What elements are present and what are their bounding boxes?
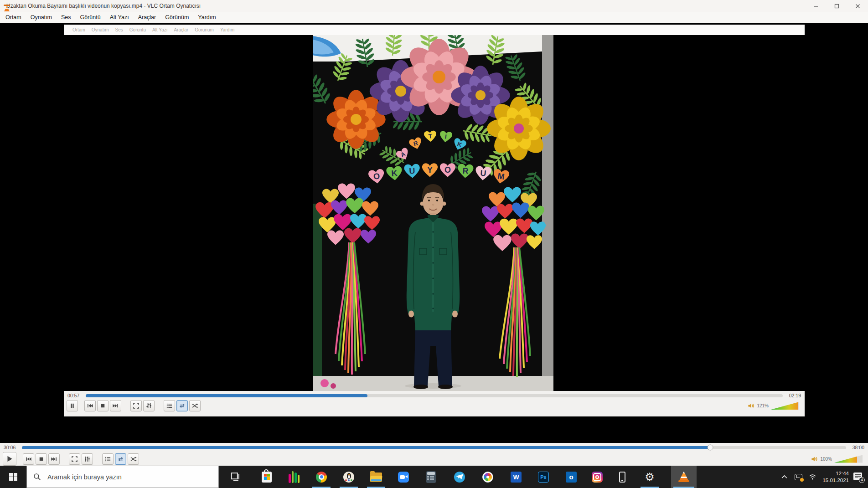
- inner-menu-ortam: Ortam: [69, 27, 88, 32]
- extended-settings-button[interactable]: [82, 453, 93, 465]
- taskbar-word[interactable]: W: [505, 466, 527, 488]
- next-button[interactable]: [48, 453, 60, 465]
- menu-gorunum[interactable]: Görünüm: [160, 12, 193, 23]
- menu-ses[interactable]: Ses: [57, 12, 76, 23]
- green-curtain: [313, 204, 322, 377]
- taskbar-settings[interactable]: ⚙: [638, 466, 661, 488]
- taskbar-vlc[interactable]: [671, 466, 697, 488]
- inner-stop-button[interactable]: [97, 400, 108, 411]
- menu-ortam[interactable]: Ortam: [1, 12, 26, 23]
- svg-text:M: M: [497, 171, 505, 181]
- window-title: Uzaktan Okuma Bayramı başlıklı videonun …: [6, 3, 201, 9]
- taskbar-tux-paint[interactable]: [337, 466, 360, 488]
- desktop: Uzaktan Okuma Bayramı başlıklı videonun …: [0, 0, 868, 488]
- inner-previous-button[interactable]: [84, 400, 96, 411]
- svg-text:Y: Y: [427, 165, 433, 175]
- window-titlebar: Uzaktan Okuma Bayramı başlıklı videonun …: [0, 0, 868, 12]
- inner-seek-bar[interactable]: [86, 394, 783, 397]
- taskbar-task-view[interactable]: [224, 466, 247, 488]
- elapsed-time: 30:06: [4, 445, 18, 450]
- taskbar-your-phone[interactable]: [611, 466, 634, 488]
- taskbar-calculator[interactable]: [419, 466, 442, 488]
- playing-video-frame[interactable]: A R T I K O K U Y O R U M: [313, 35, 553, 391]
- minimize-button[interactable]: [805, 0, 826, 12]
- volume-slider[interactable]: [834, 455, 863, 463]
- taskbar-photoscape[interactable]: [476, 466, 499, 488]
- menu-yardim[interactable]: Yardım: [193, 12, 220, 23]
- taskbar-microsoft-store[interactable]: [255, 466, 278, 488]
- connect-screen-icon: [795, 474, 802, 480]
- maximize-button[interactable]: [826, 0, 847, 12]
- menu-altyazi[interactable]: Alt Yazı: [105, 12, 134, 23]
- inner-playlist-button[interactable]: [164, 400, 175, 411]
- file-explorer-icon: [370, 473, 382, 482]
- start-button[interactable]: [0, 466, 26, 488]
- inner-vlc-menu-bar: Ortam Oynatım Ses Görüntü Alt Yazı Araçl…: [64, 25, 805, 35]
- zoom-camera-icon: [398, 472, 409, 483]
- inner-pause-button[interactable]: [67, 400, 78, 411]
- clock-date: 15.01.2021: [822, 477, 849, 484]
- clock-time: 12:44: [822, 470, 849, 477]
- svg-text:O: O: [444, 165, 451, 175]
- menu-oynatim[interactable]: Oynatım: [26, 12, 57, 23]
- inner-fullscreen-button[interactable]: [130, 400, 142, 411]
- inner-loop-button[interactable]: [176, 400, 188, 411]
- action-center-button[interactable]: 4: [853, 473, 863, 482]
- taskbar-file-explorer[interactable]: [365, 466, 388, 488]
- menu-araclar[interactable]: Araçlar: [134, 12, 161, 23]
- search-input[interactable]: [46, 473, 199, 481]
- taskbar-eba-app[interactable]: [283, 466, 305, 488]
- inner-next-button[interactable]: [110, 400, 121, 411]
- taskbar-zoom[interactable]: [392, 466, 415, 488]
- calculator-icon: [426, 471, 436, 483]
- inner-menu-oynatim: Oynatım: [88, 27, 112, 32]
- word-icon: W: [511, 472, 522, 483]
- telegram-icon: [454, 472, 465, 483]
- tray-chevron-up[interactable]: [777, 466, 791, 488]
- inner-shuffle-button[interactable]: [189, 400, 201, 411]
- tray-connect-app[interactable]: [791, 466, 806, 488]
- fullscreen-button[interactable]: [69, 453, 80, 465]
- inner-menu-gorunum: Görünüm: [191, 27, 217, 32]
- inner-menu-goruntu: Görüntü: [126, 27, 149, 32]
- inner-elapsed-time: 00:57: [67, 393, 82, 398]
- inner-speaker-icon[interactable]: [748, 402, 754, 409]
- close-button[interactable]: [847, 0, 868, 12]
- play-button[interactable]: [3, 452, 16, 466]
- total-time: 38:00: [850, 445, 864, 450]
- vlc-control-bar: 30:06 38:00 100%: [0, 443, 868, 466]
- taskbar-telegram[interactable]: [448, 466, 471, 488]
- inner-extended-settings-button[interactable]: [143, 400, 155, 411]
- previous-button[interactable]: [23, 453, 34, 465]
- menu-bar: Ortam Oynatım Ses Görüntü Alt Yazı Araçl…: [0, 12, 868, 23]
- taskbar-google-chrome[interactable]: [310, 466, 333, 488]
- seek-knob[interactable]: [707, 445, 713, 451]
- notification-count-badge: 4: [859, 477, 865, 483]
- microsoft-store-icon: [262, 472, 272, 483]
- svg-text:U: U: [409, 166, 415, 176]
- taskbar-clock[interactable]: 12:44 15.01.2021: [820, 470, 852, 484]
- vlc-cone-taskbar-icon: [678, 471, 689, 483]
- gear-icon: ⚙: [645, 472, 655, 483]
- speaker-icon[interactable]: [811, 456, 818, 462]
- chrome-icon: [316, 472, 327, 483]
- stop-button[interactable]: [36, 453, 47, 465]
- menu-goruntu[interactable]: Görüntü: [76, 12, 105, 23]
- svg-text:R: R: [462, 166, 469, 176]
- tray-wifi[interactable]: [806, 466, 820, 488]
- photoshop-icon: Ps: [538, 472, 549, 483]
- search-icon: [33, 473, 41, 481]
- inner-volume-slider[interactable]: [771, 402, 799, 410]
- system-tray: 12:44 15.01.2021 4: [777, 466, 868, 488]
- taskbar-search[interactable]: [26, 466, 219, 488]
- chevron-up-icon: [780, 473, 788, 481]
- loop-button[interactable]: [115, 453, 126, 465]
- taskbar-outlook[interactable]: o: [560, 466, 583, 488]
- playlist-button[interactable]: [102, 453, 114, 465]
- taskbar-instagram[interactable]: [586, 466, 609, 488]
- volume-percent: 100%: [820, 457, 832, 462]
- video-scene: A R T I K O K U Y O R U M: [313, 35, 553, 391]
- taskbar-photoshop[interactable]: Ps: [532, 466, 555, 488]
- shuffle-button[interactable]: [128, 453, 139, 465]
- seek-bar[interactable]: [22, 446, 846, 449]
